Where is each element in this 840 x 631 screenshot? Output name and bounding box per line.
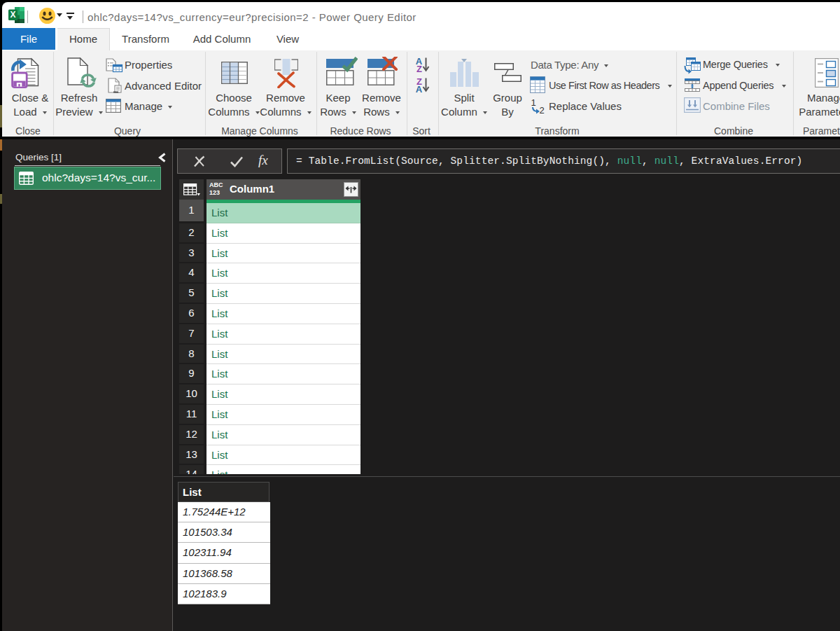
svg-text:1: 1 bbox=[531, 98, 536, 108]
svg-text:X: X bbox=[10, 10, 15, 20]
svg-text:A: A bbox=[416, 84, 423, 93]
svg-text:Z: Z bbox=[416, 64, 422, 73]
svg-text:2: 2 bbox=[539, 105, 544, 114]
